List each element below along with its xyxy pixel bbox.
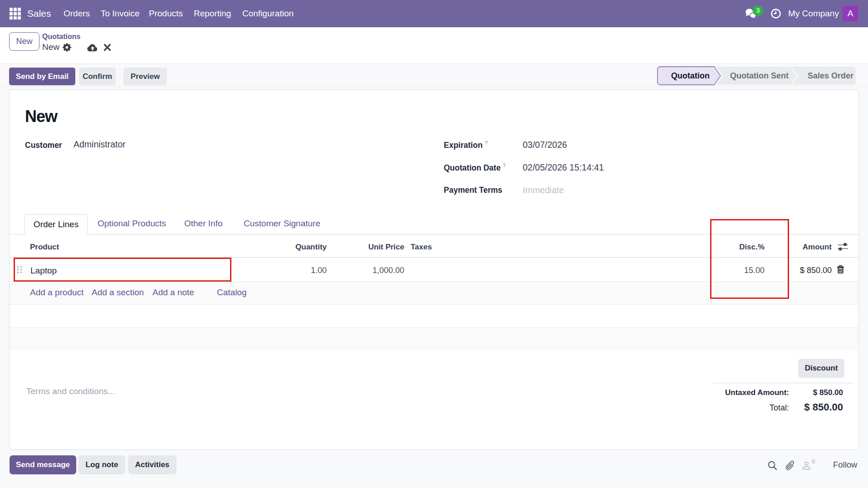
svg-text:Sales Order: Sales Order: [808, 71, 853, 80]
svg-text:Quotation: Quotation: [671, 71, 710, 80]
svg-text:Quotation Sent: Quotation Sent: [730, 71, 789, 80]
